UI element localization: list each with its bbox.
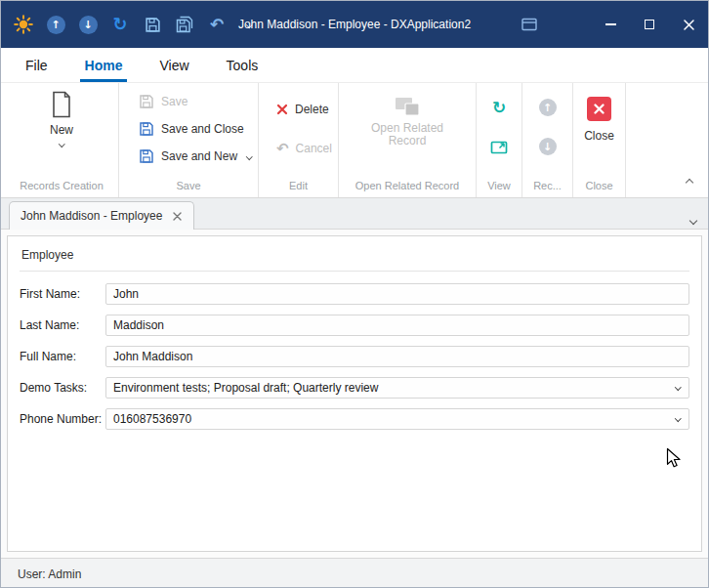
detail-view-panel: Employee First Name: Last Name: Full Nam… xyxy=(7,235,702,552)
group-label-open-related-record: Open Related Record xyxy=(339,180,476,197)
next-record-button[interactable]: ↓ xyxy=(535,134,561,159)
delete-x-icon xyxy=(276,104,288,115)
new-document-icon xyxy=(51,91,72,118)
undo-icon: ↶ xyxy=(210,17,224,33)
ribbon: New Records Creation Save xyxy=(1,83,708,198)
related-record-icon xyxy=(395,97,420,116)
phone-number-input[interactable] xyxy=(105,408,689,430)
close-red-icon xyxy=(587,97,611,121)
ribbon-group-records-creation: New Records Creation xyxy=(5,83,119,197)
close-view-label: Close xyxy=(584,129,614,143)
open-related-record-label: Open Related Record xyxy=(356,122,458,147)
first-name-input[interactable] xyxy=(105,283,689,305)
form-rows: First Name: Last Name: Full Name: xyxy=(20,272,689,430)
phone-number-label: Phone Number: xyxy=(20,412,105,426)
ribbon-group-close: Close Close xyxy=(573,83,626,197)
refresh-icon: ↻ xyxy=(492,100,506,116)
tab-tools[interactable]: Tools xyxy=(208,48,277,82)
layout-window-button[interactable] xyxy=(515,1,544,48)
arrow-up-circle-icon: ↑ xyxy=(539,99,557,116)
window-icon xyxy=(521,18,537,31)
last-name-row: Last Name: xyxy=(20,315,689,336)
save-and-close-label: Save and Close xyxy=(161,122,244,136)
ribbon-group-records-navigation: ↑ ↓ Rec... xyxy=(522,83,573,197)
ribbon-group-open-related-record: Open Related Record Open Related Record xyxy=(339,83,477,197)
save-and-close-icon xyxy=(139,121,154,137)
save-label: Save xyxy=(161,95,188,108)
new-button-label: New xyxy=(50,123,73,137)
app-logo-sun-icon xyxy=(14,13,33,36)
window-title: John Maddison - Employee - DXApplication… xyxy=(238,18,471,31)
window-arrow-icon xyxy=(490,139,508,154)
document-tab-label: John Maddison - Employee xyxy=(21,209,162,223)
arrow-down-circle-icon: ↓ xyxy=(79,16,98,34)
reset-view-settings-button[interactable] xyxy=(486,134,512,159)
phone-number-row: Phone Number: xyxy=(20,408,689,430)
full-name-label: Full Name: xyxy=(20,350,105,363)
document-tab[interactable]: John Maddison - Employee xyxy=(9,201,194,230)
refresh-icon: ↻ xyxy=(112,16,127,33)
chevron-down-icon xyxy=(59,141,64,147)
undo-button[interactable]: ↶ xyxy=(207,13,227,36)
refresh-button[interactable]: ↻ xyxy=(110,13,130,36)
document-tab-strip: John Maddison - Employee xyxy=(1,198,708,230)
previous-record-button[interactable]: ↑ xyxy=(535,95,561,120)
ribbon-group-view: ↻ View xyxy=(477,83,522,197)
group-label-edit: Edit xyxy=(259,180,338,197)
cancel-button[interactable]: ↶ Cancel xyxy=(274,136,338,161)
application-window: ↑ ↓ ↻ xyxy=(0,0,709,588)
save-and-close-button[interactable]: Save and Close xyxy=(137,116,258,142)
chevron-down-icon xyxy=(689,217,697,225)
group-label-view: View xyxy=(477,180,521,197)
delete-button[interactable]: Delete xyxy=(274,97,338,122)
save-all-icon xyxy=(176,16,193,33)
ribbon-collapse-button[interactable] xyxy=(683,177,696,189)
ribbon-group-edit: Delete ↶ Cancel Edit xyxy=(259,83,339,197)
new-button[interactable]: New xyxy=(50,83,73,147)
quick-save-button[interactable] xyxy=(143,13,162,36)
tab-home[interactable]: Home xyxy=(66,48,142,82)
refresh-view-button[interactable]: ↻ xyxy=(486,95,512,120)
tab-close-button[interactable] xyxy=(171,210,183,222)
maximize-button[interactable] xyxy=(630,1,669,48)
ribbon-group-save: Save Save and Close Sa xyxy=(119,83,259,197)
group-label-save: Save xyxy=(119,180,258,197)
close-window-button[interactable] xyxy=(669,1,708,48)
demo-tasks-row: Demo Tasks: xyxy=(20,377,689,399)
minimize-button[interactable] xyxy=(591,1,630,48)
status-user: User: Admin xyxy=(18,567,81,581)
save-icon xyxy=(145,17,161,33)
arrow-down-circle-icon: ↓ xyxy=(539,138,557,155)
nav-down-button[interactable]: ↓ xyxy=(78,13,98,36)
tab-list-dropdown-button[interactable] xyxy=(690,210,696,228)
chevron-down-icon xyxy=(246,153,252,159)
last-name-input[interactable] xyxy=(105,315,689,336)
group-label-records-navigation: Rec... xyxy=(522,180,572,197)
full-name-input[interactable] xyxy=(105,346,689,367)
nav-up-button[interactable]: ↑ xyxy=(46,13,65,36)
cancel-undo-icon: ↶ xyxy=(276,142,289,156)
group-label-close: Close xyxy=(573,180,625,197)
content-area: Employee First Name: Last Name: Full Nam… xyxy=(1,230,708,558)
save-layout-button[interactable] xyxy=(175,13,194,36)
save-and-new-icon xyxy=(139,148,154,164)
save-button[interactable]: Save xyxy=(137,89,258,114)
titlebar: ↑ ↓ ↻ xyxy=(1,1,708,48)
close-icon xyxy=(684,20,694,30)
close-view-button[interactable]: Close xyxy=(584,83,614,143)
last-name-label: Last Name: xyxy=(20,318,105,332)
quick-access-toolbar: ↑ ↓ ↻ xyxy=(1,13,259,36)
save-and-new-label: Save and New xyxy=(161,149,237,163)
open-related-record-button[interactable]: Open Related Record xyxy=(356,83,458,147)
window-controls xyxy=(515,1,708,48)
demo-tasks-label: Demo Tasks: xyxy=(20,381,105,395)
tab-file[interactable]: File xyxy=(7,48,66,82)
tab-view[interactable]: View xyxy=(141,48,207,82)
maximize-icon xyxy=(645,20,654,29)
demo-tasks-input[interactable] xyxy=(105,377,689,399)
save-and-new-button[interactable]: Save and New xyxy=(137,144,258,169)
delete-label: Delete xyxy=(295,103,329,116)
full-name-row: Full Name: xyxy=(20,346,689,367)
group-label-records-creation: Records Creation xyxy=(5,180,118,197)
cancel-label: Cancel xyxy=(296,142,332,155)
